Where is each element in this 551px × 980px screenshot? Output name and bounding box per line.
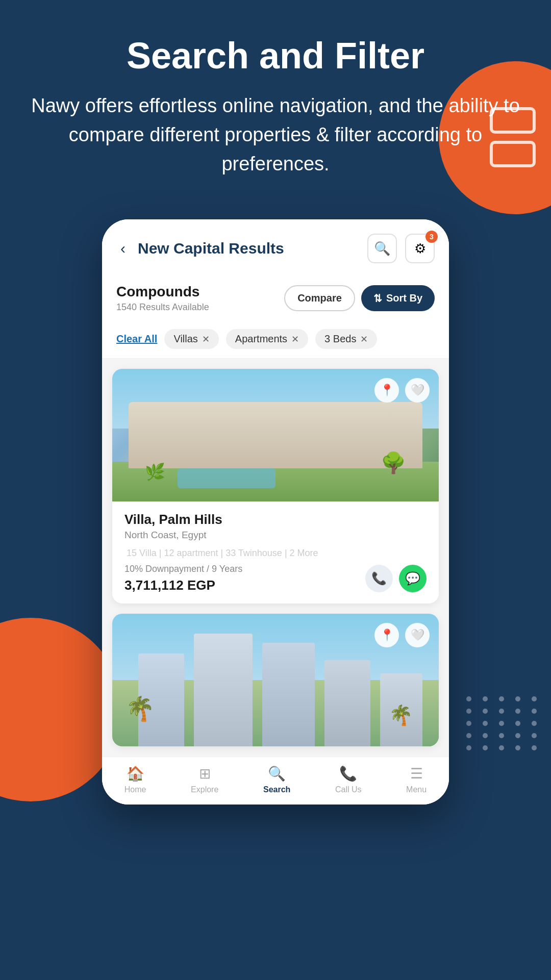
bottom-nav: 🏠 Home ⊞ Explore 🔍 Search 📞 Call Us ☰ Me…	[102, 757, 449, 805]
nav-label-home: Home	[124, 785, 146, 794]
pool	[178, 468, 276, 488]
nav-label-search: Search	[263, 785, 290, 794]
building-4	[324, 660, 370, 746]
sort-label: Sort By	[386, 292, 422, 304]
card-image-wrap-1: 🌳 🌿 📍 🤍	[112, 369, 439, 501]
callus-icon: 📞	[339, 765, 357, 782]
back-button[interactable]: ‹	[116, 238, 130, 259]
card-1-location-button[interactable]: 📍	[374, 378, 399, 403]
dots-pattern	[466, 696, 541, 750]
menu-icon: ☰	[410, 765, 423, 782]
card-image-wrap-2: 🌴 🌴 📍 🤍	[112, 614, 439, 746]
app-content: ‹ New Capital Results 🔍 ⚙ 3 Compounds 15…	[102, 219, 449, 805]
compounds-info: Compounds 1540 Results Available	[116, 284, 209, 313]
compare-button[interactable]: Compare	[284, 285, 355, 311]
page-subtitle: Nawy offers effortless online navigation…	[31, 91, 520, 179]
search-button[interactable]: 🔍	[367, 234, 397, 263]
compounds-count: 1540 Results Available	[116, 302, 209, 313]
card-1-favorite-button[interactable]: 🤍	[405, 378, 430, 403]
card-1-title: Villa, Palm Hills	[124, 512, 427, 527]
nav-item-menu[interactable]: ☰ Menu	[406, 765, 427, 794]
filter-tag-beds: 3 Beds ✕	[315, 329, 377, 349]
action-buttons: Compare ⇅ Sort By	[284, 285, 435, 311]
tree-2: 🌿	[145, 462, 165, 482]
card-1-location: North Coast, Egypt	[124, 530, 427, 541]
explore-icon: ⊞	[199, 765, 211, 782]
card-2-favorite-button[interactable]: 🤍	[405, 623, 430, 647]
card-1-contact-buttons: 📞 💬	[365, 565, 427, 592]
card-1-phone-button[interactable]: 📞	[365, 565, 393, 592]
nav-label-callus: Call Us	[335, 785, 362, 794]
filter-tag-beds-remove[interactable]: ✕	[360, 334, 368, 345]
villa-structure	[129, 402, 422, 468]
card-1-footer: 10% Downpayment / 9 Years 3,711,112 EGP …	[124, 564, 427, 593]
app-header: ‹ New Capital Results 🔍 ⚙ 3	[102, 219, 449, 273]
palm-2: 🌴	[389, 704, 413, 726]
card-1-body: Villa, Palm Hills North Coast, Egypt 15 …	[112, 501, 439, 604]
nav-item-home[interactable]: 🏠 Home	[124, 765, 146, 794]
tree-1: 🌳	[381, 451, 406, 475]
card-2-location-button[interactable]: 📍	[374, 623, 399, 647]
nav-label-explore: Explore	[191, 785, 218, 794]
property-card-1: 🌳 🌿 📍 🤍 Villa, Palm Hills North Coast, E…	[112, 369, 439, 604]
page-title: Search and Filter	[31, 36, 520, 76]
filter-tags: Clear All Villas ✕ Apartments ✕ 3 Beds ✕	[102, 323, 449, 359]
filter-tag-beds-label: 3 Beds	[324, 333, 356, 345]
card-1-meta-text: 15 Villa | 12 apartment | 33 Twinhouse |…	[127, 548, 318, 558]
compounds-section: Compounds 1540 Results Available Compare…	[102, 273, 449, 323]
search-nav-icon: 🔍	[268, 765, 286, 782]
nav-item-explore[interactable]: ⊞ Explore	[191, 765, 218, 794]
card-1-price-section: 10% Downpayment / 9 Years 3,711,112 EGP	[124, 564, 242, 593]
app-header-title: New Capital Results	[138, 240, 359, 257]
sort-icon: ⇅	[373, 292, 382, 305]
sort-button[interactable]: ⇅ Sort By	[361, 285, 435, 311]
page-header: Search and Filter Nawy offers effortless…	[0, 0, 551, 199]
palm-1: 🌴	[126, 695, 155, 722]
building-3	[262, 643, 314, 746]
filter-tag-apartments-label: Apartments	[235, 333, 287, 345]
filter-tag-apartments: Apartments ✕	[226, 329, 308, 349]
search-icon: 🔍	[374, 241, 390, 257]
phone-mockup: ‹ New Capital Results 🔍 ⚙ 3 Compounds 15…	[102, 219, 449, 805]
nav-label-menu: Menu	[406, 785, 427, 794]
card-1-price: 3,711,112 EGP	[124, 577, 242, 593]
filter-tag-villas: Villas ✕	[164, 329, 218, 349]
building-2	[194, 634, 253, 746]
filter-tag-apartments-remove[interactable]: ✕	[291, 334, 299, 345]
home-icon: 🏠	[127, 765, 144, 782]
filter-button[interactable]: ⚙ 3	[405, 234, 435, 263]
filter-tag-villas-label: Villas	[173, 333, 197, 345]
cards-list: 🌳 🌿 📍 🤍 Villa, Palm Hills North Coast, E…	[102, 359, 449, 757]
compounds-title: Compounds	[116, 284, 209, 300]
nav-item-search[interactable]: 🔍 Search	[263, 765, 290, 794]
card-1-payment: 10% Downpayment / 9 Years	[124, 564, 242, 574]
card-1-whatsapp-button[interactable]: 💬	[399, 565, 427, 592]
card-1-meta: 15 Villa | 12 apartment | 33 Twinhouse |…	[124, 548, 427, 559]
card-2-overlay-icons: 📍 🤍	[374, 623, 430, 647]
filter-tag-villas-remove[interactable]: ✕	[202, 334, 210, 345]
clear-all-button[interactable]: Clear All	[116, 333, 157, 345]
property-card-2: 🌴 🌴 📍 🤍	[112, 614, 439, 746]
filter-icon: ⚙	[414, 241, 426, 257]
card-1-overlay-icons: 📍 🤍	[374, 378, 430, 403]
nav-item-callus[interactable]: 📞 Call Us	[335, 765, 362, 794]
filter-badge: 3	[425, 231, 438, 243]
